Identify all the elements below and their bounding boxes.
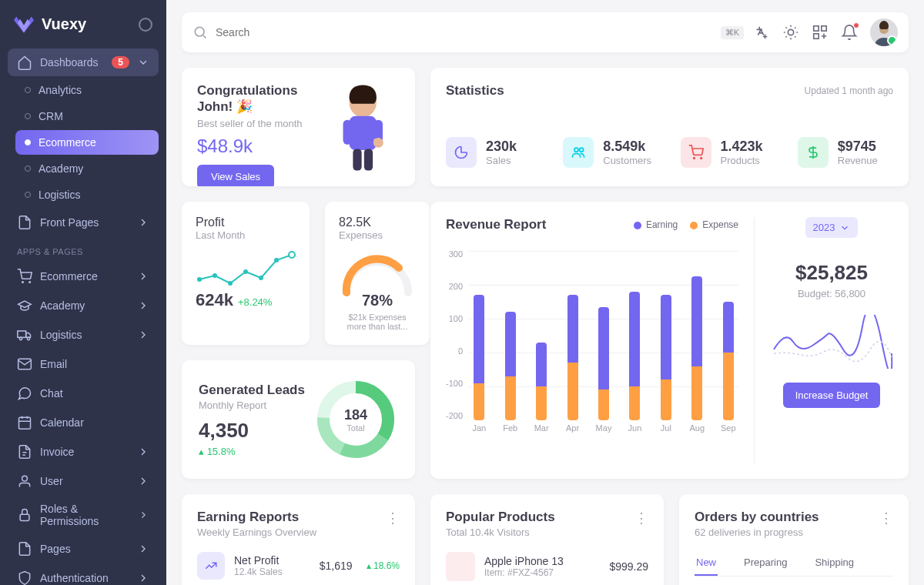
mail-icon bbox=[17, 356, 32, 372]
sidebar-app-pages[interactable]: Pages bbox=[8, 535, 159, 563]
svg-rect-17 bbox=[343, 120, 351, 145]
sidebar-item-logistics[interactable]: Logistics bbox=[15, 182, 159, 207]
sidebar-app-invoice[interactable]: Invoice bbox=[8, 438, 159, 466]
notifications-icon[interactable] bbox=[841, 24, 858, 41]
svg-point-27 bbox=[197, 277, 202, 282]
apps-icon[interactable] bbox=[812, 24, 829, 41]
chevron-right-icon bbox=[137, 329, 149, 341]
stat-item: 1.423kProducts bbox=[681, 137, 776, 168]
leads-pct: ▴ 15.8% bbox=[199, 446, 305, 457]
sidebar-app-roles[interactable]: Roles & Permissions bbox=[8, 496, 159, 533]
increase-budget-button[interactable]: Increase Budget bbox=[783, 383, 881, 408]
earning-menu-icon[interactable]: ⋮ bbox=[386, 510, 400, 526]
svg-point-30 bbox=[243, 269, 248, 274]
topbar: ⌘K bbox=[182, 12, 909, 52]
chevron-down-icon bbox=[137, 56, 149, 69]
home-icon bbox=[17, 55, 32, 70]
stat-item: 230kSales bbox=[446, 137, 541, 168]
graduation-icon bbox=[17, 298, 32, 313]
chevron-right-icon bbox=[137, 216, 149, 229]
congrats-sub: Best seller of the month bbox=[197, 118, 326, 129]
profit-card: Profit Last Month 624k+8.24% bbox=[182, 202, 310, 345]
earning-title: Earning Reports bbox=[197, 510, 316, 525]
svg-rect-22 bbox=[363, 149, 372, 171]
tab-preparing[interactable]: Preparing bbox=[742, 550, 788, 576]
view-sales-button[interactable]: View Sales bbox=[197, 165, 274, 186]
bar-col: Feb bbox=[500, 275, 520, 420]
expenses-note: $21k Expenses more than last... bbox=[339, 313, 416, 331]
user-icon bbox=[17, 473, 32, 489]
svg-point-26 bbox=[700, 158, 701, 159]
sidebar-item-analytics[interactable]: Analytics bbox=[15, 78, 159, 102]
y-axis: 3002001000-100-200 bbox=[446, 249, 463, 434]
profit-value: 624k bbox=[196, 290, 233, 309]
chevron-right-icon bbox=[138, 509, 149, 521]
svg-point-9 bbox=[195, 27, 204, 36]
stats-title: Statistics bbox=[446, 83, 504, 99]
stat-icon bbox=[798, 137, 829, 168]
revenue-budget: Budget: 56,800 bbox=[770, 288, 893, 299]
orders-menu-icon[interactable]: ⋮ bbox=[879, 510, 893, 526]
svg-point-3 bbox=[19, 337, 22, 339]
lock-icon bbox=[17, 507, 32, 523]
user-avatar[interactable] bbox=[870, 18, 898, 46]
sidebar-app-user[interactable]: User bbox=[8, 467, 159, 495]
popular-title: Popular Products bbox=[446, 510, 555, 525]
svg-point-0 bbox=[22, 282, 24, 283]
svg-rect-6 bbox=[19, 417, 31, 429]
svg-rect-11 bbox=[814, 26, 819, 31]
bar-col: Jan bbox=[469, 282, 489, 420]
sidebar-item-crm[interactable]: CRM bbox=[15, 104, 159, 129]
bar-col: Jun bbox=[624, 285, 644, 420]
stat-icon bbox=[681, 137, 711, 168]
revenue-legend: EarningExpense bbox=[634, 219, 738, 230]
sidebar-item-academy[interactable]: Academy bbox=[15, 156, 159, 181]
congrats-amount: $48.9k bbox=[197, 135, 326, 157]
sidebar-item-ecommerce[interactable]: Ecommerce bbox=[15, 130, 159, 155]
revenue-card: Revenue Report EarningExpense 3002001000… bbox=[430, 202, 909, 479]
bars-area: JanFebMarAprMayJunJulAugSep bbox=[469, 249, 738, 434]
earning-row: Net Profit12.4k Sales $1,619 ▴ 18.6% bbox=[197, 552, 400, 580]
bullet-icon bbox=[25, 165, 31, 172]
collapse-sidebar-icon[interactable] bbox=[139, 18, 152, 32]
sidebar-app-ecommerce[interactable]: Ecommerce bbox=[8, 262, 159, 290]
year-select[interactable]: 2023 bbox=[805, 217, 859, 238]
congrats-card: Congratulations John! 🎉 Best seller of t… bbox=[182, 68, 415, 186]
tab-shipping[interactable]: Shipping bbox=[813, 550, 855, 576]
revenue-amount: $25,825 bbox=[770, 261, 893, 285]
sidebar-app-academy[interactable]: Academy bbox=[8, 292, 159, 319]
sidebar-app-email[interactable]: Email bbox=[8, 350, 159, 378]
sidebar-dashboards[interactable]: Dashboards 5 bbox=[8, 48, 159, 76]
earning-value: $1,619 bbox=[320, 560, 353, 572]
earning-pct: ▴ 18.6% bbox=[367, 560, 400, 571]
chevron-right-icon bbox=[137, 543, 149, 555]
svg-point-32 bbox=[274, 258, 279, 262]
sidebar-app-logistics[interactable]: Logistics bbox=[8, 321, 159, 349]
language-icon[interactable] bbox=[753, 24, 770, 41]
product-row: Apple iPhone 13Item: #FXZ-4567 $999.29 bbox=[446, 552, 648, 581]
leads-value: 4,350 bbox=[199, 419, 305, 443]
svg-point-24 bbox=[580, 148, 584, 152]
chevron-right-icon bbox=[137, 270, 149, 282]
popular-menu-icon[interactable]: ⋮ bbox=[634, 510, 648, 526]
sidebar-app-auth[interactable]: Authentication bbox=[8, 564, 159, 585]
shield-icon bbox=[17, 570, 32, 585]
search-kbd: ⌘K bbox=[721, 26, 744, 39]
expenses-sub: Expenses bbox=[339, 229, 416, 241]
svg-point-29 bbox=[228, 281, 233, 286]
stat-item: $9745Revenue bbox=[798, 137, 893, 168]
svg-point-7 bbox=[22, 476, 28, 481]
svg-point-31 bbox=[259, 276, 263, 280]
bar-col: May bbox=[594, 288, 614, 420]
sidebar-app-chat[interactable]: Chat bbox=[8, 379, 159, 407]
tab-new[interactable]: New bbox=[695, 550, 718, 576]
search-input[interactable] bbox=[216, 26, 713, 38]
orders-sub: 62 deliveries in progress bbox=[695, 526, 819, 538]
search-wrapper[interactable]: ⌘K bbox=[192, 25, 744, 40]
popular-products-card: Popular ProductsTotal 10.4k Visitors ⋮ A… bbox=[430, 494, 664, 585]
congrats-title: Congratulations John! 🎉 bbox=[197, 83, 326, 115]
sidebar-app-calendar[interactable]: Calendar bbox=[8, 409, 159, 436]
sidebar-front-pages[interactable]: Front Pages bbox=[8, 209, 159, 236]
chevron-right-icon bbox=[137, 299, 149, 312]
theme-icon[interactable] bbox=[782, 24, 799, 41]
